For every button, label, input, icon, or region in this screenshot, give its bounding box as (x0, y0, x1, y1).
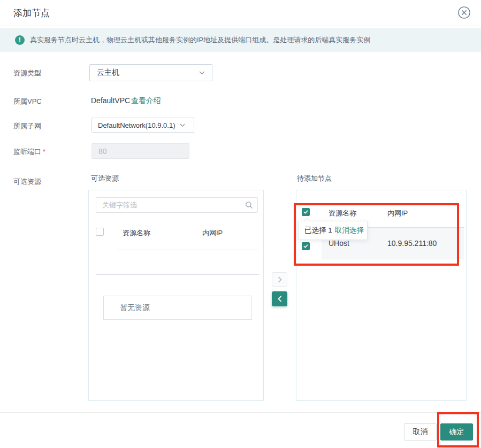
move-right-button[interactable] (272, 272, 287, 287)
column-header-name: 资源名称 (329, 208, 356, 218)
footer-divider (0, 412, 481, 413)
resource-type-select[interactable]: 云主机 (89, 64, 212, 81)
select-all-checkbox-checked[interactable] (302, 208, 310, 216)
selection-count-text: 已选择 1 (304, 226, 332, 235)
vpc-label: 所属VPC (13, 97, 42, 106)
search-input[interactable] (96, 197, 258, 213)
row-resource-name: UHost (329, 239, 349, 248)
empty-state-box: 暂无资源 (103, 296, 252, 320)
confirm-button[interactable]: 确定 (440, 423, 473, 441)
selection-tooltip: 已选择 1 取消选择 (298, 221, 368, 240)
available-resources-panel: 资源名称 内网IP 暂无资源 (88, 190, 264, 401)
chevron-down-icon (180, 123, 185, 127)
info-icon: ! (15, 35, 25, 45)
chevron-down-icon (199, 71, 205, 75)
column-header-name: 资源名称 (123, 228, 150, 238)
close-icon (457, 6, 471, 19)
row-internal-ip: 10.9.95.211:80 (387, 239, 437, 248)
subnet-value: DefaultNetwork(10.9.0.1) (98, 121, 175, 129)
select-all-checkbox[interactable] (96, 228, 104, 236)
search-icon[interactable] (245, 201, 253, 211)
cancel-button[interactable]: 取消 (404, 423, 437, 441)
dialog-title: 添加节点 (13, 7, 50, 19)
vpc-intro-link[interactable]: 查看介绍 (131, 96, 161, 106)
chevron-right-icon (278, 276, 282, 283)
selected-panel-title: 待添加节点 (297, 174, 332, 183)
chevron-left-icon (278, 296, 282, 302)
table-divider (96, 274, 259, 275)
resource-type-value: 云主机 (97, 68, 119, 78)
available-panel-title: 可选资源 (91, 174, 119, 183)
add-node-dialog: { "dialog": { "title": "添加节点" }, "banner… (0, 0, 481, 448)
row-checkbox-checked[interactable] (302, 242, 310, 250)
vpc-value: DefaultVPC (91, 96, 130, 105)
info-banner-text: 真实服务节点时云主机，物理云主机或其他服务实例的IP地址及提供端口组成。是处理请… (30, 35, 370, 45)
close-button[interactable] (456, 4, 472, 20)
info-banner: ! 真实服务节点时云主机，物理云主机或其他服务实例的IP地址及提供端口组成。是处… (0, 28, 481, 52)
move-left-button[interactable] (272, 291, 287, 306)
table-divider (117, 250, 259, 250)
column-header-ip: 内网IP (202, 228, 223, 238)
listen-port-label: 监听端口* (13, 147, 45, 157)
listen-port-input[interactable] (91, 143, 189, 159)
empty-state-text: 暂无资源 (120, 303, 150, 313)
column-header-ip: 内网IP (387, 208, 408, 218)
required-mark: * (43, 148, 45, 156)
subnet-select[interactable]: DefaultNetwork(10.9.0.1) (91, 118, 194, 133)
resource-type-label: 资源类型 (13, 68, 41, 78)
header-divider (0, 26, 481, 26)
subnet-label: 所属子网 (13, 121, 41, 131)
resources-label: 可选资源 (13, 177, 41, 187)
clear-selection-link[interactable]: 取消选择 (335, 226, 364, 235)
